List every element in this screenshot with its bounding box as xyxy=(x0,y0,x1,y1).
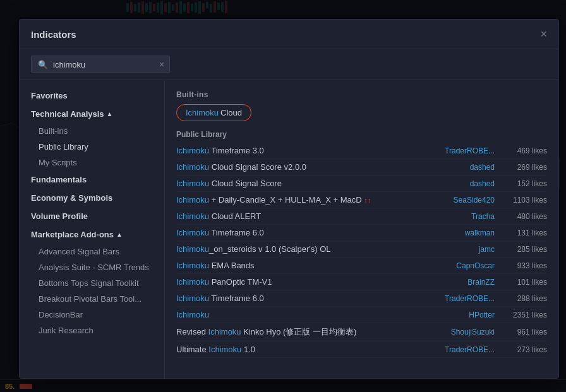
ichimoku-rest: Cloud xyxy=(220,108,242,117)
search-bar: 🔍 × xyxy=(20,49,558,80)
result-likes: 273 likes xyxy=(500,345,547,354)
sidebar-item-label: Public Library xyxy=(39,142,88,151)
sidebar-item-label: Bottoms Tops Signal Toolkit xyxy=(39,278,139,288)
indicators-panel: Indicators × 🔍 × Favorites Technical Ana… xyxy=(19,19,559,379)
result-name: Ultimate Ichimoku 1.0 xyxy=(176,345,433,354)
sidebar-item-label: Favorites xyxy=(31,91,68,100)
result-name: Ichimoku Timeframe 6.0 xyxy=(176,228,433,237)
result-author: TraderROBE... xyxy=(438,294,495,303)
result-row[interactable]: Ultimate Ichimoku 1.0 TraderROBE... 273 … xyxy=(176,342,547,358)
result-row[interactable]: Ichimoku Timeframe 6.0 TraderROBE... 288… xyxy=(176,290,547,307)
search-wrapper: 🔍 × xyxy=(31,56,170,73)
sidebar-item-volume-profile[interactable]: Volume Profile xyxy=(20,207,164,225)
result-name: Revised Ichimoku Kinko Hyo (修正版 一目均衡表) xyxy=(176,326,433,338)
result-likes: 469 likes xyxy=(500,146,547,155)
result-name: Ichimoku + Daily-Candle_X + HULL-MA_X + … xyxy=(176,195,433,205)
sidebar-item-label: Jurik Research xyxy=(39,326,93,335)
result-row[interactable]: Ichimoku PanOptic TM-V1 BrainZZ 101 like… xyxy=(176,274,547,290)
result-likes: 131 likes xyxy=(500,229,547,237)
sidebar-item-advanced-signal-bars[interactable]: Advanced Signal Bars xyxy=(20,244,164,259)
result-row[interactable]: Ichimoku_on_steroids v 1.0 (Scalper's) O… xyxy=(176,241,547,258)
sidebar-item-bottoms-tops[interactable]: Bottoms Tops Signal Toolkit xyxy=(20,275,164,291)
result-row[interactable]: Ichimoku Timeframe 6.0 walkman 131 likes xyxy=(176,225,547,241)
sidebar-item-public-library[interactable]: Public Library xyxy=(20,139,164,155)
result-name: Ichimoku xyxy=(176,310,433,319)
result-likes: 480 likes xyxy=(500,212,547,221)
result-name: Ichimoku Timeframe 6.0 xyxy=(176,294,433,303)
sidebar-item-favorites[interactable]: Favorites xyxy=(20,86,164,105)
content-area: Built-ins Ichimoku Cloud Public Library … xyxy=(165,80,558,378)
result-name: Ichimoku Timeframe 3.0 xyxy=(176,146,433,155)
sidebar-item-economy-symbols[interactable]: Economy & Symbols xyxy=(20,189,164,207)
result-author: Tracha xyxy=(438,212,495,221)
result-name: Ichimoku PanOptic TM-V1 xyxy=(176,277,433,287)
sidebar-item-fundamentals[interactable]: Fundamentals xyxy=(20,170,164,189)
result-author: HPotter xyxy=(438,311,495,319)
result-likes: 933 likes xyxy=(500,261,547,270)
sidebar-item-label: Technical Analysis xyxy=(31,109,104,119)
panel-header: Indicators × xyxy=(20,20,558,49)
sidebar-item-label: Marketplace Add-ons xyxy=(31,230,114,239)
result-name: Ichimoku EMA Bands xyxy=(176,261,433,270)
result-author: CapnOscar xyxy=(438,261,495,270)
ichimoku-cloud-button[interactable]: Ichimoku Cloud xyxy=(176,104,251,121)
result-author: ShoujiSuzuki xyxy=(438,328,495,336)
sidebar-item-my-scripts[interactable]: My Scripts xyxy=(20,155,164,170)
sidebar-item-marketplace-addons[interactable]: Marketplace Add-ons ▲ xyxy=(20,225,164,244)
builtin-item: Ichimoku Cloud xyxy=(176,104,251,121)
public-library-header: Public Library xyxy=(176,130,547,139)
result-author: dashed xyxy=(438,163,495,172)
result-name: Ichimoku Cloud ALERT xyxy=(176,211,433,221)
sidebar-item-label: Analysis Suite - SCMR Trends xyxy=(39,263,149,272)
result-name: Ichimoku Cloud Signal Score xyxy=(176,179,433,188)
panel-title: Indicators xyxy=(31,29,76,40)
result-likes: 1103 likes xyxy=(500,196,547,205)
result-author: TraderROBE... xyxy=(438,146,495,155)
result-likes: 285 likes xyxy=(500,245,547,254)
result-author: BrainZZ xyxy=(438,278,495,287)
result-author: walkman xyxy=(438,229,495,237)
result-row[interactable]: Ichimoku Cloud Signal Score v2.0.0 dashe… xyxy=(176,159,547,175)
result-row[interactable]: Ichimoku EMA Bands CapnOscar 933 likes xyxy=(176,258,547,274)
modal-overlay: Indicators × 🔍 × Favorites Technical Ana… xyxy=(0,0,566,392)
result-row[interactable]: Ichimoku Timeframe 3.0 TraderROBE... 469… xyxy=(176,143,547,159)
sidebar-item-label: Fundamentals xyxy=(31,175,87,184)
result-likes: 152 likes xyxy=(500,179,547,188)
result-likes: 101 likes xyxy=(500,278,547,287)
sidebar: Favorites Technical Analysis ▲ Built-ins… xyxy=(20,80,165,378)
result-likes: 269 likes xyxy=(500,163,547,172)
search-icon: 🔍 xyxy=(38,60,48,69)
sidebar-item-breakout-pivotal[interactable]: Breakout Pivotal Bars Tool... xyxy=(20,291,164,307)
panel-body: Favorites Technical Analysis ▲ Built-ins… xyxy=(20,80,558,378)
sidebar-item-label: Advanced Signal Bars xyxy=(39,247,119,256)
results-list: Ichimoku Timeframe 3.0 TraderROBE... 469… xyxy=(176,143,547,358)
sidebar-item-label: Economy & Symbols xyxy=(31,193,112,203)
sidebar-item-decisionbar[interactable]: DecisionBar xyxy=(20,307,164,323)
result-likes: 961 likes xyxy=(500,328,547,336)
result-row[interactable]: Revised Ichimoku Kinko Hyo (修正版 一目均衡表) S… xyxy=(176,323,547,342)
chevron-up-icon-2: ▲ xyxy=(116,231,123,238)
builtins-header: Built-ins xyxy=(176,90,547,99)
result-name: Ichimoku_on_steroids v 1.0 (Scalper's) O… xyxy=(176,244,433,254)
result-row[interactable]: Ichimoku Cloud ALERT Tracha 480 likes xyxy=(176,208,547,225)
result-author: TraderROBE... xyxy=(438,345,495,354)
chevron-up-icon: ▲ xyxy=(107,110,113,117)
result-author: jamc xyxy=(438,245,495,254)
result-name: Ichimoku Cloud Signal Score v2.0.0 xyxy=(176,162,433,172)
result-likes: 2351 likes xyxy=(500,311,547,319)
search-input[interactable] xyxy=(53,60,154,69)
sidebar-item-analysis-suite[interactable]: Analysis Suite - SCMR Trends xyxy=(20,259,164,275)
sidebar-item-label: My Scripts xyxy=(39,158,77,167)
close-button[interactable]: × xyxy=(540,28,547,40)
result-row[interactable]: Ichimoku Cloud Signal Score dashed 152 l… xyxy=(176,175,547,192)
sidebar-item-label: Built-ins xyxy=(39,126,68,136)
sidebar-item-label: Volume Profile xyxy=(31,211,88,221)
result-row[interactable]: Ichimoku + Daily-Candle_X + HULL-MA_X + … xyxy=(176,192,547,208)
sidebar-item-label: Breakout Pivotal Bars Tool... xyxy=(39,294,142,304)
sidebar-item-builtins[interactable]: Built-ins xyxy=(20,123,164,139)
sidebar-item-jurik-research[interactable]: Jurik Research xyxy=(20,323,164,338)
search-clear-button[interactable]: × xyxy=(159,59,164,69)
sidebar-item-technical-analysis[interactable]: Technical Analysis ▲ xyxy=(20,105,164,123)
result-author: dashed xyxy=(438,179,495,188)
result-row[interactable]: Ichimoku HPotter 2351 likes xyxy=(176,307,547,323)
